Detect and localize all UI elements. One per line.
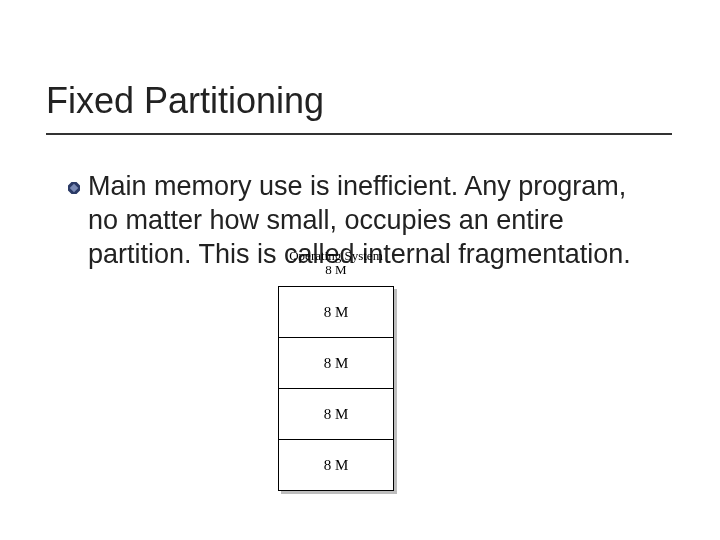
memory-diagram: Operating System 8 M 8 M 8 M 8 M 8 M [266,248,406,491]
partition-label: 8 M [278,388,394,440]
title-underline [46,133,672,135]
partition-label: 8 M [278,439,394,491]
partition-box: 8 M [278,337,394,389]
os-size: 8 M [266,262,406,278]
partition-label: 8 M [278,286,394,338]
partition-box: 8 M [278,286,394,338]
slide-title: Fixed Partitioning [46,80,324,122]
partition-box: 8 M [278,388,394,440]
slide-background-dots [0,0,720,92]
partition-label: 8 M [278,337,394,389]
diamond-bullet-icon [68,180,80,192]
partition-box: 8 M [278,439,394,491]
